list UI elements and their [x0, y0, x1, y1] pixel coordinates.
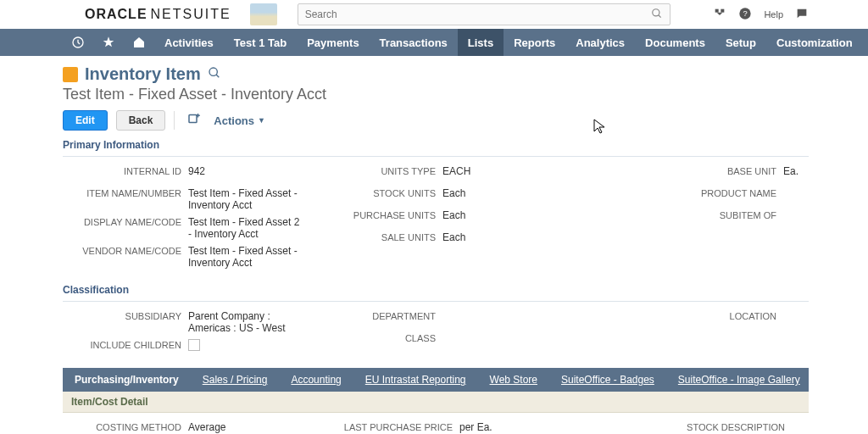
- subtab-sales-pricing[interactable]: Sales / Pricing: [191, 368, 280, 392]
- nav-fixed[interactable]: Fixed: [863, 29, 868, 56]
- units-type-value: EACH: [442, 165, 554, 177]
- sale-units-value: Each: [442, 231, 554, 243]
- feedback-icon[interactable]: [795, 7, 809, 23]
- role-switcher-icon[interactable]: [713, 7, 726, 23]
- purchase-units-label: PURCHASE UNITS: [317, 209, 436, 220]
- base-unit-label: BASE UNIT: [727, 165, 776, 176]
- svg-text:?: ?: [743, 9, 748, 18]
- page-content: Inventory Item Test Item - Fixed Asset -…: [0, 56, 868, 356]
- nav-analytics[interactable]: Analytics: [565, 29, 635, 56]
- action-buttons: Edit Back Actions ▼: [63, 110, 809, 131]
- stock-units-value: Each: [442, 187, 554, 199]
- add-shortcut-icon[interactable]: [183, 111, 205, 130]
- subtab-image-gallery[interactable]: SuiteOffice - Image Gallery: [666, 368, 809, 392]
- section-classification-header: Classification: [63, 281, 809, 302]
- nav-transactions[interactable]: Transactions: [370, 29, 458, 56]
- back-button[interactable]: Back: [116, 110, 166, 131]
- subtab-bar: Purchasing/Inventory Sales / Pricing Acc…: [63, 368, 809, 392]
- subsidiary-value: Parent Company : Americas : US - West: [188, 310, 300, 334]
- nav-setup[interactable]: Setup: [715, 29, 766, 56]
- actions-menu[interactable]: Actions ▼: [214, 114, 265, 127]
- subtab-accounting[interactable]: Accounting: [279, 368, 353, 392]
- costing-method-value: Average: [188, 421, 300, 433]
- oracle-netsuite-logo: ORACLE NETSUITE: [85, 7, 231, 22]
- stock-units-label: STOCK UNITS: [317, 187, 436, 198]
- actions-label: Actions: [214, 114, 254, 127]
- nav-reports[interactable]: Reports: [504, 29, 565, 56]
- search-input[interactable]: [305, 8, 651, 20]
- display-name-label: DISPLAY NAME/CODE: [63, 216, 181, 227]
- record-search-icon[interactable]: [208, 66, 221, 82]
- svg-rect-9: [189, 115, 197, 123]
- vendor-name-label: VENDOR NAME/CODE: [63, 245, 181, 256]
- primary-fields: INTERNAL ID942 ITEM NAME/NUMBERTest Item…: [63, 165, 809, 269]
- internal-id-value: 942: [188, 165, 300, 177]
- location-label: LOCATION: [730, 310, 776, 321]
- record-icon: [63, 67, 78, 82]
- svg-line-1: [658, 14, 660, 17]
- base-unit-value: Ea.: [783, 165, 809, 177]
- subtab-badges[interactable]: SuiteOffice - Badges: [549, 368, 666, 392]
- item-cost-detail-header: Item/Cost Detail: [63, 392, 809, 413]
- purchase-units-value: Each: [442, 209, 554, 221]
- subtab-eu-intrastat[interactable]: EU Intrastat Reporting: [353, 368, 478, 392]
- help-label[interactable]: Help: [764, 9, 783, 19]
- subtab-content: Item/Cost Detail COSTING METHODAverage T…: [63, 392, 809, 434]
- nav-documents[interactable]: Documents: [635, 29, 715, 56]
- top-icons: ? Help: [713, 7, 809, 23]
- record-title: Test Item - Fixed Asset - Inventory Acct: [63, 86, 809, 103]
- nav-activities[interactable]: Activities: [154, 29, 224, 56]
- record-type-label: Inventory Item: [85, 64, 201, 84]
- cost-detail-fields: COSTING METHODAverage TOTAL VALUE13,000.…: [63, 421, 809, 434]
- nav-payments[interactable]: Payments: [297, 29, 369, 56]
- search-icon[interactable]: [651, 8, 663, 22]
- svg-rect-3: [721, 8, 725, 12]
- last-purchase-price-label: LAST PURCHASE PRICE: [317, 421, 453, 432]
- subsidiary-label: SUBSIDIARY: [63, 310, 181, 321]
- vendor-name-value: Test Item - Fixed Asset - Inventory Acct: [188, 245, 300, 269]
- units-type-label: UNITS TYPE: [317, 165, 436, 176]
- department-label: DEPARTMENT: [317, 310, 436, 321]
- button-divider: [174, 111, 175, 130]
- include-children-checkbox[interactable]: [188, 339, 200, 351]
- star-icon[interactable]: [93, 29, 124, 56]
- global-search[interactable]: [298, 3, 670, 25]
- subtab-web-store[interactable]: Web Store: [478, 368, 549, 392]
- costing-method-label: COSTING METHOD: [63, 421, 181, 432]
- nav-customization[interactable]: Customization: [766, 29, 863, 56]
- logo-netsuite: NETSUITE: [151, 7, 231, 22]
- svg-point-7: [209, 68, 217, 75]
- include-children-label: INCLUDE CHILDREN: [63, 339, 181, 350]
- item-name-label: ITEM NAME/NUMBER: [63, 187, 181, 198]
- svg-line-8: [216, 75, 219, 77]
- nav-test1tab[interactable]: Test 1 Tab: [224, 29, 297, 56]
- caret-down-icon: ▼: [258, 116, 265, 125]
- nav-lists[interactable]: Lists: [458, 29, 504, 56]
- svg-point-0: [652, 8, 659, 15]
- stock-description-label: STOCK DESCRIPTION: [687, 421, 785, 432]
- help-icon[interactable]: ?: [738, 7, 752, 23]
- partner-logo: [250, 3, 277, 25]
- item-name-value: Test Item - Fixed Asset - Inventory Acct: [188, 187, 300, 211]
- main-nav: Activities Test 1 Tab Payments Transacti…: [0, 29, 868, 56]
- subtab-purchasing[interactable]: Purchasing/Inventory: [63, 368, 191, 392]
- edit-button[interactable]: Edit: [63, 110, 108, 131]
- sale-units-label: SALE UNITS: [317, 231, 436, 242]
- record-type-row: Inventory Item: [63, 64, 809, 84]
- subitem-of-label: SUBITEM OF: [720, 209, 776, 220]
- recent-icon[interactable]: [63, 29, 93, 56]
- top-bar: ORACLE NETSUITE ? Help: [0, 0, 868, 29]
- svg-rect-2: [715, 8, 719, 12]
- class-label: CLASS: [317, 332, 436, 343]
- last-purchase-price-value: per Ea.: [459, 421, 554, 433]
- logo-oracle: ORACLE: [85, 7, 147, 22]
- classification-fields: SUBSIDIARYParent Company : Americas : US…: [63, 310, 809, 356]
- display-name-value: Test Item - Fixed Asset 2 - Inventory Ac…: [188, 216, 300, 240]
- home-icon[interactable]: [124, 29, 154, 56]
- section-primary-header: Primary Information: [63, 136, 809, 157]
- internal-id-label: INTERNAL ID: [63, 165, 181, 176]
- product-name-label: PRODUCT NAME: [701, 187, 776, 198]
